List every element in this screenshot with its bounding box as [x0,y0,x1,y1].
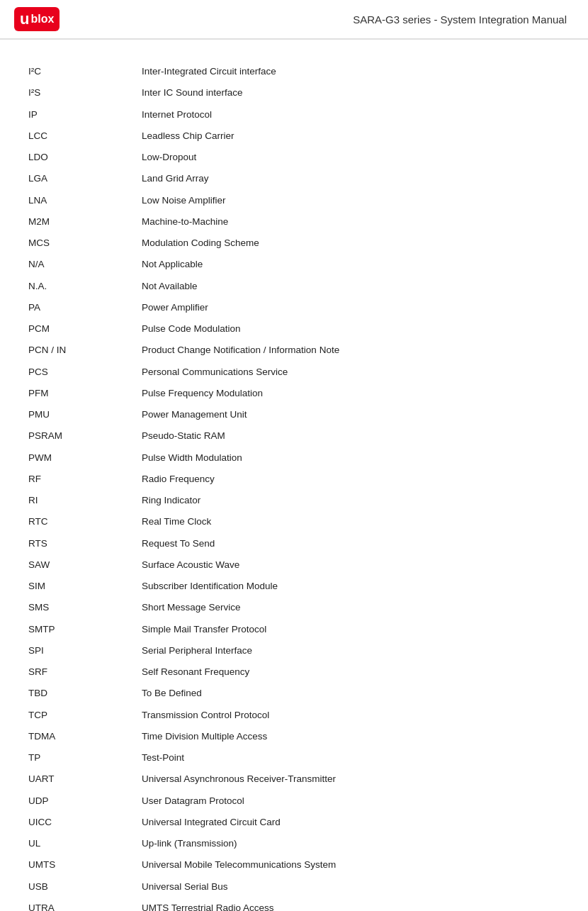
table-row: UDPUser Datagram Protocol [28,790,560,812]
abbrev-definition: Real Time Clock [142,511,560,532]
abbrev-definition: Time Division Multiple Access [142,726,560,747]
table-row: PFMPulse Frequency Modulation [28,383,560,404]
abbrev-definition: Pulse Code Modulation [142,318,560,340]
abbrev-definition: Inter IC Sound interface [142,82,560,104]
table-row: PSRAMPseudo-Static RAM [28,425,560,447]
table-row: SMTPSimple Mail Transfer Protocol [28,619,560,640]
abbrev-code: UICC [28,812,142,833]
abbrev-definition: Radio Frequency [142,469,560,490]
table-row: SPISerial Peripheral Interface [28,640,560,661]
table-row: I²CInter-Integrated Circuit interface [28,61,560,82]
abbrev-code: PA [28,297,142,318]
abbrev-code: USB [28,876,142,898]
abbrev-definition: Power Management Unit [142,404,560,425]
table-row: RIRing Indicator [28,490,560,511]
abbrev-definition: Surface Acoustic Wave [142,554,560,576]
abbrev-code: N/A [28,254,142,275]
abbrev-definition: Not Available [142,276,560,297]
abbrev-code: UMTS [28,854,142,876]
abbrev-code: LCC [28,125,142,147]
table-row: RTSRequest To Send [28,533,560,554]
abbrev-definition: Universal Integrated Circuit Card [142,812,560,833]
table-row: UARTUniversal Asynchronous Receiver-Tran… [28,769,560,790]
abbrev-definition: Universal Mobile Telecommunications Syst… [142,854,560,876]
table-row: PAPower Amplifier [28,297,560,318]
logo: u blox [14,7,60,31]
table-row: SIMSubscriber Identification Module [28,576,560,597]
table-row: RTCReal Time Clock [28,511,560,532]
abbrev-definition: Inter-Integrated Circuit interface [142,61,560,82]
table-row: TBDTo Be Defined [28,683,560,704]
abbrev-code: M2M [28,211,142,233]
abbrev-code: SMTP [28,619,142,640]
abbrev-definition: Pulse Width Modulation [142,447,560,469]
table-row: N.A.Not Available [28,276,560,297]
abbrev-definition: Leadless Chip Carrier [142,125,560,147]
table-row: PWMPulse Width Modulation [28,447,560,469]
table-row: SMSShort Message Service [28,597,560,618]
abbrev-code: PCM [28,318,142,340]
table-row: PMUPower Management Unit [28,404,560,425]
abbrev-code: UART [28,769,142,790]
abbrev-code: RI [28,490,142,511]
logo-u-letter: u [20,10,29,28]
abbrev-code: PCS [28,362,142,383]
table-row: LDOLow-Dropout [28,147,560,168]
table-row: M2MMachine-to-Machine [28,211,560,233]
abbrev-code: I²S [28,82,142,104]
table-row: UTRAUMTS Terrestrial Radio Access [28,898,560,911]
abbrev-code: SMS [28,597,142,618]
abbrev-code: PCN / IN [28,340,142,361]
abbrev-code: I²C [28,61,142,82]
abbreviations-table: I²CInter-Integrated Circuit interfaceI²S… [28,61,560,911]
abbrev-code: RF [28,469,142,490]
table-row: LGALand Grid Array [28,168,560,189]
table-row: USBUniversal Serial Bus [28,876,560,898]
abbrev-definition: Low Noise Amplifier [142,190,560,211]
abbrev-definition: Test-Point [142,747,560,769]
table-row: TCPTransmission Control Protocol [28,705,560,726]
abbrev-code: PSRAM [28,425,142,447]
table-row: RFRadio Frequency [28,469,560,490]
abbrev-definition: Internet Protocol [142,104,560,125]
abbrev-code: LGA [28,168,142,189]
abbrev-code: UTRA [28,898,142,911]
abbrev-definition: Subscriber Identification Module [142,576,560,597]
abbrev-definition: Pulse Frequency Modulation [142,383,560,404]
table-row: PCN / INProduct Change Notification / In… [28,340,560,361]
abbrev-definition: Serial Peripheral Interface [142,640,560,661]
abbrev-code: SPI [28,640,142,661]
abbrev-code: RTC [28,511,142,532]
abbrev-definition: Universal Asynchronous Receiver-Transmit… [142,769,560,790]
abbrev-definition: Product Change Notification / Informatio… [142,340,560,361]
abbrev-code: PFM [28,383,142,404]
table-row: TPTest-Point [28,747,560,769]
abbrev-definition: Ring Indicator [142,490,560,511]
abbrev-code: MCS [28,233,142,254]
document-title: SARA-G3 series - System Integration Manu… [353,13,567,26]
abbrev-code: UDP [28,790,142,812]
abbrev-definition: Modulation Coding Scheme [142,233,560,254]
abbrev-definition: To Be Defined [142,683,560,704]
abbrev-definition: Request To Send [142,533,560,554]
abbrev-code: UL [28,833,142,854]
table-row: MCSModulation Coding Scheme [28,233,560,254]
abbrev-definition: Universal Serial Bus [142,876,560,898]
abbrev-definition: Transmission Control Protocol [142,705,560,726]
abbrev-code: PWM [28,447,142,469]
abbrev-definition: Low-Dropout [142,147,560,168]
table-row: TDMATime Division Multiple Access [28,726,560,747]
main-content: I²CInter-Integrated Circuit interfaceI²S… [0,40,588,911]
page-header: u blox SARA-G3 series - System Integrati… [0,0,588,40]
abbrev-definition: User Datagram Protocol [142,790,560,812]
abbrev-code: IP [28,104,142,125]
abbrev-definition: Personal Communications Service [142,362,560,383]
table-row: SAWSurface Acoustic Wave [28,554,560,576]
abbrev-code: LDO [28,147,142,168]
abbrev-code: SAW [28,554,142,576]
abbrev-definition: Machine-to-Machine [142,211,560,233]
abbrev-definition: Up-link (Transmission) [142,833,560,854]
abbrev-code: SIM [28,576,142,597]
abbrev-definition: Not Applicable [142,254,560,275]
table-row: LNALow Noise Amplifier [28,190,560,211]
